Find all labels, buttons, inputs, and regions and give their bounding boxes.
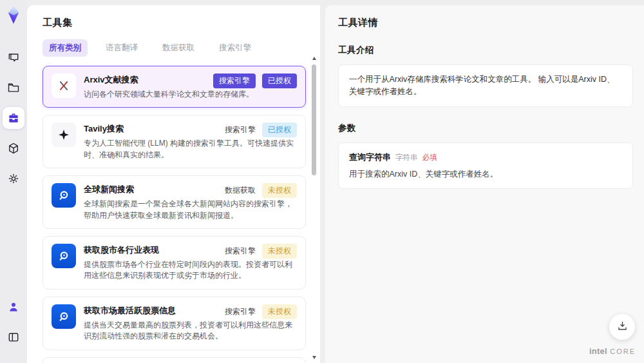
category-badge: 数据获取 — [225, 185, 256, 196]
app-rail — [0, 0, 27, 363]
tool-badges: 搜索引擎未授权 — [225, 304, 297, 319]
tool-card[interactable]: Tavily搜索专为人工智能代理 (LLM) 构建的搜索引擎工具。可快速提供实时… — [43, 115, 306, 168]
tavily-icon — [52, 123, 76, 147]
category-badge: 搜索引擎 — [213, 74, 256, 88]
category-badge: 搜索引擎 — [225, 246, 256, 257]
panel-toggle-icon — [7, 331, 20, 344]
blueq-icon — [52, 183, 76, 208]
auth-status-badge: 未授权 — [262, 183, 297, 198]
rail-item-settings[interactable] — [3, 168, 24, 190]
tool-description: 提供股票市场各个行业在特定时间段内的表现。投资者可以利用这些信息来识别表现优于或… — [84, 259, 297, 282]
auth-status-badge: 未授权 — [262, 244, 297, 259]
folder-icon — [7, 81, 20, 94]
rail-item-packages[interactable] — [3, 137, 24, 159]
param-required-badge: 必填 — [422, 153, 437, 162]
blueq-icon — [52, 304, 76, 329]
brand-intel: intel — [589, 346, 607, 356]
tab-all-categories[interactable]: 所有类别 — [43, 39, 88, 57]
param-type: 字符串 — [395, 153, 418, 162]
scroll-down-icon[interactable] — [312, 356, 316, 359]
toolbox-icon — [7, 112, 20, 124]
tab-search-engine[interactable]: 搜索引擎 — [213, 39, 258, 57]
tool-badges: 数据获取未授权 — [225, 183, 297, 198]
tools-panel: 工具集 所有类别 语言翻译 数据获取 搜索引擎 Arxiv文献搜索访问各个研究领… — [27, 5, 320, 363]
tool-description: 访问各个研究领域大量科学论文和文章的存储库。 — [84, 89, 297, 100]
rail-item-toolbox[interactable] — [3, 107, 24, 129]
category-badge: 搜索引擎 — [225, 124, 256, 135]
app-logo-icon — [4, 5, 23, 25]
tool-card[interactable]: Arxiv文献搜索访问各个研究领域大量科学论文和文章的存储库。搜索引擎已授权 — [43, 66, 306, 108]
tool-list: Arxiv文献搜索访问各个研究领域大量科学论文和文章的存储库。搜索引擎已授权Ta… — [43, 66, 306, 363]
intro-heading: 工具介绍 — [338, 44, 631, 56]
tool-description: 专为人工智能代理 (LLM) 构建的搜索引擎工具。可快速提供实时、准确和真实的结… — [84, 138, 297, 161]
intro-box: 一个用于从Arxiv存储库搜索科学论文和文章的工具。 输入可以是Arxiv ID… — [338, 64, 633, 107]
tab-language-translation[interactable]: 语言翻译 — [99, 39, 144, 57]
arxiv-icon — [52, 74, 76, 98]
tool-card[interactable]: 全球新闻搜索全球新闻搜索是一个聚合全球各大新闻网站内容的搜索引擎，帮助用户快速获… — [43, 175, 306, 229]
settings-icon — [7, 172, 20, 185]
page-title: 工具集 — [27, 5, 320, 29]
tool-detail-panel: 工具详情 工具介绍 一个用于从Arxiv存储库搜索科学论文和文章的工具。 输入可… — [325, 5, 644, 363]
params-heading: 参数 — [338, 123, 631, 134]
tool-badges: 搜索引擎未授权 — [225, 244, 297, 259]
download-icon — [616, 320, 629, 335]
download-button[interactable] — [609, 314, 635, 340]
auth-status-badge: 已授权 — [262, 74, 297, 88]
scrollbar-thumb[interactable] — [312, 64, 316, 175]
intro-text: 一个用于从Arxiv存储库搜索科学论文和文章的工具。 输入可以是Arxiv ID… — [349, 74, 622, 98]
blueq-icon — [52, 244, 76, 268]
scrollbar[interactable] — [312, 57, 317, 359]
scroll-up-icon[interactable] — [312, 57, 316, 60]
chat-icon — [7, 51, 20, 64]
param-description: 用于搜索的Arxiv ID、关键字或作者姓名。 — [349, 169, 622, 180]
brand-core: core — [610, 348, 636, 355]
rail-item-user[interactable] — [3, 296, 24, 318]
package-icon — [7, 142, 20, 155]
tab-data-acquisition[interactable]: 数据获取 — [156, 39, 201, 57]
tool-card[interactable]: 获取股市各行业表现提供股票市场各个行业在特定时间段内的表现。投资者可以利用这些信… — [43, 236, 306, 289]
intel-core-logo: intel core — [587, 345, 638, 357]
tool-card[interactable]: 万维地区新闻查询查询具体行政区划内的新闻，快速了解各地新闻动搜索引擎未授权 — [43, 357, 306, 363]
tool-description: 提供当天交易量最高的股票列表，投资者可以利用这些信息来识别流动性强的股票和潜在的… — [84, 320, 297, 342]
tool-description: 全球新闻搜索是一个聚合全球各大新闻网站内容的搜索引擎，帮助用户快速获取全球最新资… — [84, 199, 297, 221]
param-name: 查询字符串 — [349, 152, 391, 163]
tool-badges: 搜索引擎已授权 — [225, 123, 297, 137]
auth-status-badge: 未授权 — [262, 304, 297, 319]
param-box: 查询字符串 字符串 必填 用于搜索的Arxiv ID、关键字或作者姓名。 — [338, 142, 633, 189]
category-tabs: 所有类别 语言翻译 数据获取 搜索引擎 — [27, 29, 320, 64]
rail-item-files[interactable] — [3, 77, 24, 99]
rail-item-panel-toggle[interactable] — [3, 326, 24, 348]
user-icon — [7, 300, 20, 313]
tool-card[interactable]: 获取市场最活跃股票信息提供当天交易量最高的股票列表，投资者可以利用这些信息来识别… — [43, 297, 306, 350]
rail-item-chat[interactable] — [3, 46, 24, 68]
category-badge: 搜索引擎 — [225, 306, 256, 317]
auth-status-badge: 已授权 — [262, 123, 297, 137]
detail-title: 工具详情 — [338, 17, 631, 29]
tool-badges: 搜索引擎已授权 — [213, 74, 297, 88]
